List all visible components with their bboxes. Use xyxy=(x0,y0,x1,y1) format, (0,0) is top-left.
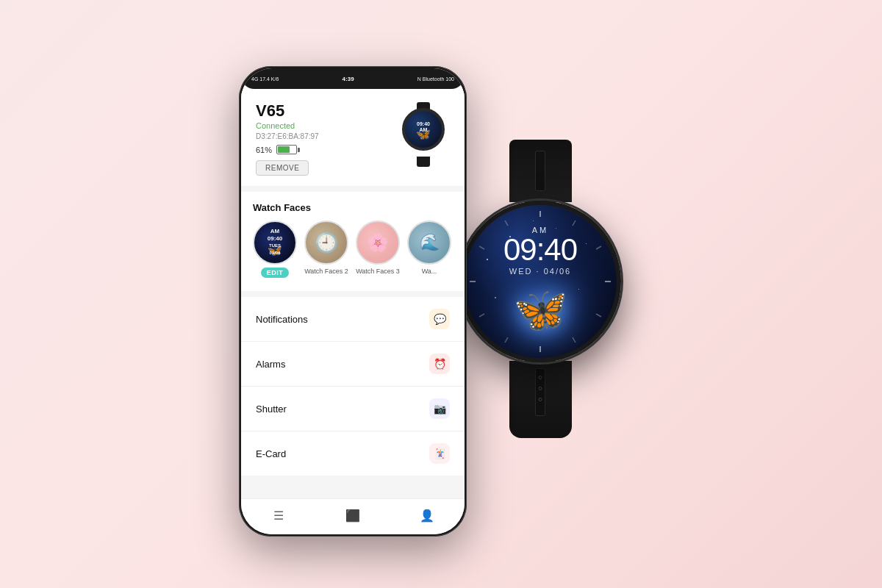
watch-face-item-1[interactable]: AM09:40TUES 04/06 🦋 EDIT xyxy=(253,220,297,278)
wf4-label: Wa... xyxy=(422,268,437,275)
strap-top-center xyxy=(535,151,545,191)
device-header: V65 Connected D3:27:E6:BA:87:97 61% REMO… xyxy=(256,102,450,176)
thumb-watch-time: 09:40AM xyxy=(417,121,430,134)
watch-display: AM 09:40 WED · 04/06 🦋 xyxy=(459,201,621,362)
device-card: V65 Connected D3:27:E6:BA:87:97 61% REMO… xyxy=(241,89,465,186)
device-info: V65 Connected D3:27:E6:BA:87:97 61% REMO… xyxy=(256,102,397,176)
status-bar: 4G 17.4 K/6 4:39 N Bluetooth 100 xyxy=(241,76,465,82)
notifications-icon: 💬 xyxy=(429,309,450,329)
watch-face-item-3[interactable]: 🌸 Watch Faces 3 xyxy=(356,220,400,278)
status-left: 4G 17.4 K/6 xyxy=(251,76,279,82)
alarms-label: Alarms xyxy=(256,359,285,370)
watch-faces-title: Watch Faces xyxy=(253,202,453,213)
nav-home[interactable]: ☰ xyxy=(268,505,289,526)
svg-line-5 xyxy=(573,337,576,343)
watch-strap-bottom xyxy=(509,361,572,438)
wf3-label: Watch Faces 3 xyxy=(356,268,400,275)
svg-line-11 xyxy=(505,220,508,226)
shutter-label: Shutter xyxy=(256,404,287,415)
thumb-watch-circle: 09:40AM 🦋 xyxy=(402,108,445,151)
status-time: 4:39 xyxy=(343,76,354,82)
device-mac: D3:27:E6:BA:87:97 xyxy=(256,132,397,140)
shutter-row[interactable]: Shutter 📷 xyxy=(241,387,465,431)
wf2-label: Watch Faces 2 xyxy=(304,268,348,275)
alarms-row[interactable]: Alarms ⏰ xyxy=(241,342,465,387)
phone-content: V65 Connected D3:27:E6:BA:87:97 61% REMO… xyxy=(241,89,465,498)
ecard-row[interactable]: E-Card 🃏 xyxy=(241,431,465,476)
nav-profile[interactable]: 👤 xyxy=(417,505,437,526)
device-name: V65 xyxy=(256,102,397,120)
phone-mockup: 4G 17.4 K/6 4:39 N Bluetooth 100 V65 Con… xyxy=(239,66,467,537)
svg-line-10 xyxy=(479,246,484,249)
ecard-label: E-Card xyxy=(256,448,286,459)
nav-apps[interactable]: ⬛ xyxy=(343,505,363,526)
strap-hole-1 xyxy=(539,376,542,379)
thumb-strap-bottom xyxy=(417,157,430,167)
device-thumbnail: 09:40AM 🦋 xyxy=(397,102,450,167)
watch-faces-list[interactable]: AM09:40TUES 04/06 🦋 EDIT 🕘 Watch Faces 2 xyxy=(253,220,453,281)
watch-face-item-2[interactable]: 🕘 Watch Faces 2 xyxy=(304,220,348,278)
watch-crown-small-button[interactable] xyxy=(620,293,621,305)
svg-line-2 xyxy=(596,246,601,249)
battery-row: 61% xyxy=(256,145,397,154)
alarms-icon: ⏰ xyxy=(429,354,450,374)
watch-strap-top xyxy=(509,140,572,202)
watch-face-circle-4[interactable]: 🌊 xyxy=(407,220,451,265)
svg-line-7 xyxy=(505,337,508,343)
watch-face-circle-2[interactable]: 🕘 xyxy=(304,220,348,265)
phone-notch: 4G 17.4 K/6 4:39 N Bluetooth 100 xyxy=(241,68,465,89)
smartwatch-body: AM 09:40 WED · 04/06 🦋 xyxy=(437,140,643,448)
watch-face-circle-1[interactable]: AM09:40TUES 04/06 🦋 xyxy=(253,220,297,265)
battery-icon xyxy=(276,145,297,154)
strap-hole-2 xyxy=(539,387,542,390)
watch-crown-button[interactable] xyxy=(620,270,621,293)
remove-button[interactable]: REMOVE xyxy=(256,160,309,176)
wf4-wave-icon: 🌊 xyxy=(420,233,440,252)
watch-faces-section: Watch Faces AM09:40TUES 04/06 🦋 EDIT 🕘 xyxy=(241,192,465,291)
wf2-analog-icon: 🕘 xyxy=(315,232,338,254)
watch-face-circle-3[interactable]: 🌸 xyxy=(356,220,400,265)
ecard-icon: 🃏 xyxy=(429,443,450,464)
strap-hole-3 xyxy=(539,398,542,401)
watch-case: AM 09:40 WED · 04/06 🦋 xyxy=(459,201,621,362)
bottom-navigation: ☰ ⬛ 👤 xyxy=(241,498,465,534)
notifications-row[interactable]: Notifications 💬 xyxy=(241,297,465,342)
phone-body: 4G 17.4 K/6 4:39 N Bluetooth 100 V65 Con… xyxy=(239,66,467,537)
device-status: Connected xyxy=(256,121,397,130)
wf1-time: AM09:40TUES 04/06 xyxy=(265,228,285,256)
svg-line-8 xyxy=(479,314,484,317)
battery-fill xyxy=(278,146,290,153)
strap-holes xyxy=(539,376,542,401)
shutter-icon: 📷 xyxy=(429,398,450,419)
svg-line-4 xyxy=(596,314,601,317)
menu-section: Notifications 💬 Alarms ⏰ Shutter 📷 E-Car… xyxy=(241,297,465,476)
smartwatch-mockup: AM 09:40 WED · 04/06 🦋 xyxy=(437,140,643,448)
watch-face-item-4[interactable]: 🌊 Wa... xyxy=(407,220,451,278)
phone-screen: 4G 17.4 K/6 4:39 N Bluetooth 100 V65 Con… xyxy=(241,68,465,534)
watch-bezel-ticks xyxy=(464,205,617,358)
wf3-flower-icon: 🌸 xyxy=(367,232,389,253)
battery-percentage: 61% xyxy=(256,146,272,154)
svg-line-1 xyxy=(573,220,576,226)
edit-badge[interactable]: EDIT xyxy=(261,268,290,278)
status-right: N Bluetooth 100 xyxy=(417,76,454,82)
notifications-label: Notifications xyxy=(256,314,308,325)
